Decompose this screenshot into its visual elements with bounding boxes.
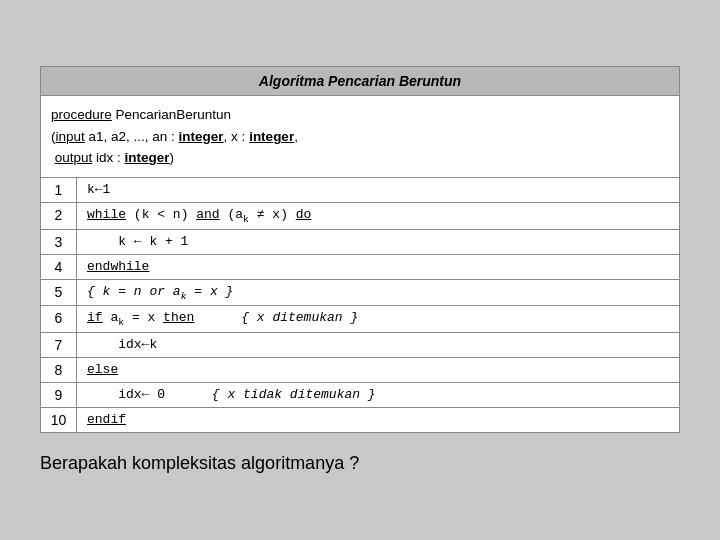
comment: { x ditemukan } (241, 310, 358, 325)
table-header-row: Algoritma Pencarian Beruntun (41, 67, 680, 96)
line-number: 5 (41, 279, 77, 306)
code-cell: if ak = x then { x ditemukan } (77, 306, 680, 333)
table-row: 2 while (k < n) and (ak ≠ x) do (41, 203, 680, 230)
endif-keyword: endif (87, 412, 126, 427)
proc-params: (input a1, a2, ..., an : integer, x : in… (51, 129, 298, 144)
code-cell: while (k < n) and (ak ≠ x) do (77, 203, 680, 230)
comment: { k = n or ak = x } (87, 284, 233, 299)
bottom-question: Berapakah kompleksitas algoritmanya ? (40, 453, 680, 474)
procedure-declaration: procedure PencarianBeruntun (input a1, a… (41, 96, 680, 178)
proc-output: output idx : integer) (51, 150, 174, 165)
table-row: 10 endif (41, 407, 680, 432)
algorithm-table: Algoritma Pencarian Beruntun procedure P… (40, 66, 680, 433)
page-container: Algoritma Pencarian Beruntun procedure P… (20, 46, 700, 494)
code-cell: k←1 (77, 178, 680, 203)
code-cell: idx←k (77, 332, 680, 357)
table-row: 4 endwhile (41, 254, 680, 279)
table-row: 9 idx← 0 { x tidak ditemukan } (41, 382, 680, 407)
table-row: 5 { k = n or ak = x } (41, 279, 680, 306)
endwhile-keyword: endwhile (87, 259, 149, 274)
code-cell: k ← k + 1 (77, 229, 680, 254)
table-row: 6 if ak = x then { x ditemukan } (41, 306, 680, 333)
procedure-row: procedure PencarianBeruntun (input a1, a… (41, 96, 680, 178)
while-keyword: while (87, 207, 126, 222)
then-keyword: then (163, 310, 194, 325)
table-row: 8 else (41, 357, 680, 382)
code-cell: { k = n or ak = x } (77, 279, 680, 306)
line-number: 9 (41, 382, 77, 407)
line-number: 1 (41, 178, 77, 203)
code-text: (k < n) (134, 207, 196, 222)
if-keyword: if (87, 310, 103, 325)
line-number: 6 (41, 306, 77, 333)
line-number: 7 (41, 332, 77, 357)
line-number: 8 (41, 357, 77, 382)
code-text (202, 310, 233, 325)
code-cell: else (77, 357, 680, 382)
line-number: 2 (41, 203, 77, 230)
code-text: (ak ≠ x) (227, 207, 295, 222)
code-cell: endif (77, 407, 680, 432)
table-row: 3 k ← k + 1 (41, 229, 680, 254)
code-text: ak = x (110, 310, 163, 325)
code-text: idx← 0 (87, 387, 204, 402)
code-cell: endwhile (77, 254, 680, 279)
proc-keyword: procedure PencarianBeruntun (51, 107, 231, 122)
line-number: 3 (41, 229, 77, 254)
code-cell: idx← 0 { x tidak ditemukan } (77, 382, 680, 407)
table-row: 7 idx←k (41, 332, 680, 357)
and-keyword: and (196, 207, 219, 222)
do-keyword: do (296, 207, 312, 222)
line-number: 10 (41, 407, 77, 432)
comment: { x tidak ditemukan } (212, 387, 376, 402)
table-row: 1 k←1 (41, 178, 680, 203)
else-keyword: else (87, 362, 118, 377)
line-number: 4 (41, 254, 77, 279)
table-title: Algoritma Pencarian Beruntun (41, 67, 680, 96)
